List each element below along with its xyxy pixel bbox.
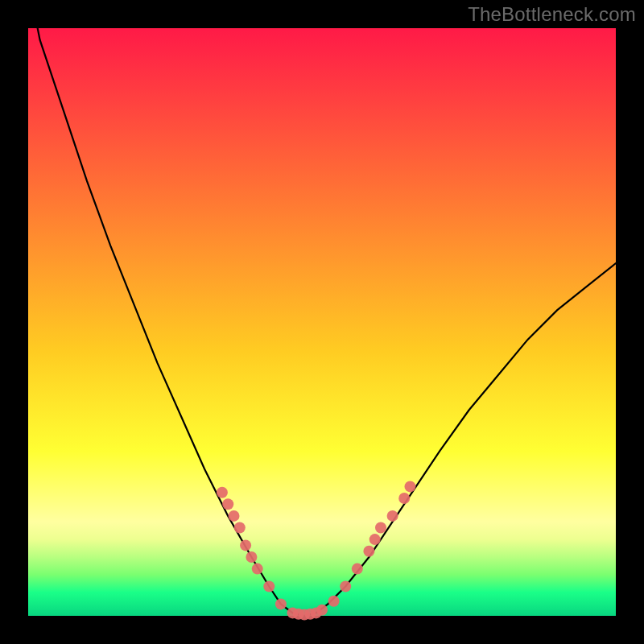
data-point [217, 487, 228, 498]
plot-area [28, 28, 616, 616]
data-point [398, 493, 410, 504]
data-point [246, 551, 257, 563]
data-point [263, 581, 275, 592]
chart-frame: TheBottleneck.com [0, 0, 644, 644]
curve-layer [28, 28, 616, 616]
data-markers [217, 481, 416, 620]
watermark-label: TheBottleneck.com [468, 3, 636, 26]
data-point [252, 564, 263, 575]
data-point [363, 546, 374, 557]
data-point [328, 596, 340, 607]
data-point [369, 534, 381, 545]
data-point [275, 598, 287, 609]
data-point [352, 564, 363, 575]
data-point [375, 522, 386, 534]
data-point [405, 481, 416, 492]
data-point [340, 581, 351, 592]
data-point [222, 498, 233, 510]
data-point [387, 510, 398, 522]
data-point [240, 539, 251, 551]
data-point [234, 522, 246, 534]
data-point [316, 605, 328, 616]
data-point [229, 510, 240, 522]
bottleneck-curve [28, 0, 616, 616]
